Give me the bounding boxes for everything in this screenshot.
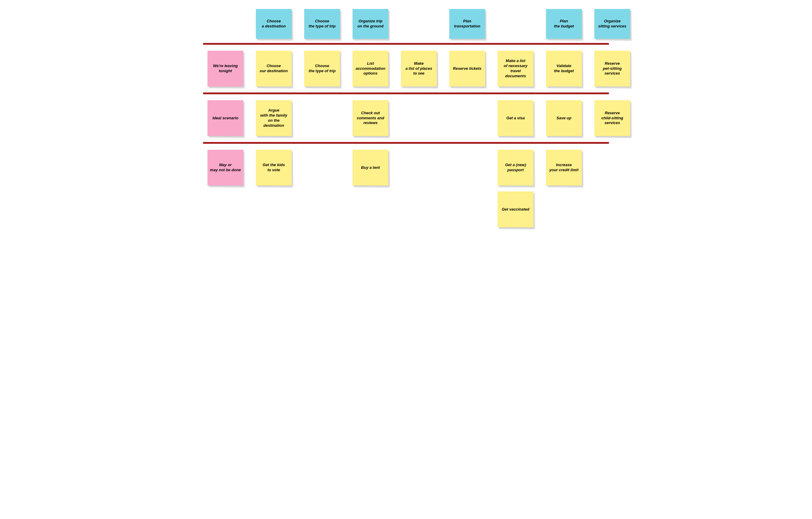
row-may-not-be-done: May ormay not be done Get the kidsto vot… (203, 147, 609, 188)
note-list-accommodation[interactable]: Listaccommodationoptions (353, 51, 388, 87)
row3-cell-1: Get the kidsto vote (251, 150, 296, 186)
separator-1 (203, 43, 609, 45)
note-text: Chooseour destination (260, 64, 288, 74)
note-text: Get a (new)passport (505, 162, 526, 173)
row2-label-cell: Ideal scenario (203, 100, 248, 136)
label-leaving-tonight[interactable]: We're leavingtonight (207, 51, 243, 87)
note-choose-trip-type[interactable]: Choosethe type of trip (304, 51, 340, 87)
kanban-board: Choosea destination Choosethe type of tr… (203, 6, 609, 230)
note-text: Reservechild-sittingservices (601, 111, 623, 126)
row2-cell-6: Get a visa (493, 100, 538, 136)
row1-cell-4: Makea list of placesto see (397, 51, 441, 87)
header-cell-2: Choosethe type of trip (300, 9, 345, 39)
label-ideal-scenario[interactable]: Ideal scenario (207, 100, 243, 136)
header-note-plan-budget[interactable]: Planthe budget (546, 9, 582, 39)
note-text: Make a listof necessarytravel documents (500, 58, 531, 79)
row1-cell-3: Listaccommodationoptions (348, 51, 393, 87)
row2-cell-3: Check outcomments andreviews (348, 100, 393, 136)
row1-label-cell: We're leavingtonight (203, 51, 248, 87)
header-cell-7: Planthe budget (542, 9, 586, 39)
row-leaving-tonight: We're leavingtonight Chooseour destinati… (203, 48, 609, 90)
note-argue-family[interactable]: Arguewith the familyon the destination (256, 100, 292, 136)
row1-cell-8: Reservepet-sittingservices (590, 51, 635, 87)
note-text: Reserve tickets (453, 66, 481, 71)
header-cell-5: Plantransportation (445, 9, 490, 39)
note-text: Validatethe budget (554, 64, 574, 74)
note-text: Listaccommodationoptions (355, 61, 385, 77)
note-text: Increaseyour credit limit (549, 162, 579, 173)
header-note-text: Organizesitting services (598, 19, 627, 29)
label-may-not-be-done[interactable]: May ormay not be done (207, 150, 243, 186)
note-text: Save up (556, 116, 571, 121)
header-note-text: Choosethe type of trip (309, 19, 336, 29)
header-note-text: Choosea destination (262, 19, 286, 29)
header-note-choose-destination[interactable]: Choosea destination (256, 9, 292, 39)
header-note-organize-sitting[interactable]: Organizesitting services (594, 9, 630, 39)
label-text: We're leavingtonight (213, 64, 238, 74)
header-note-organize-trip[interactable]: Organize tripon the ground (353, 9, 388, 39)
row3-cell-7: Increaseyour credit limit (542, 150, 586, 186)
header-note-choose-trip[interactable]: Choosethe type of trip (304, 9, 340, 39)
note-text: Check outcomments andreviews (357, 111, 384, 126)
row3-cell-3: Buy a tent (348, 150, 393, 186)
note-text: Makea list of placesto see (405, 61, 432, 77)
note-buy-tent[interactable]: Buy a tent (353, 150, 388, 186)
row-ideal-scenario: Ideal scenario Arguewith the familyon th… (203, 97, 609, 139)
note-text: Get the kidsto vote (263, 162, 285, 173)
note-choose-destination[interactable]: Chooseour destination (256, 51, 292, 87)
note-text: Arguewith the familyon the destination (258, 108, 289, 128)
note-text: Choosethe type of trip (309, 64, 336, 74)
note-increase-credit[interactable]: Increaseyour credit limit (546, 150, 582, 186)
note-text: Get vaccinated (502, 207, 530, 212)
note-text: Buy a tent (361, 165, 380, 170)
note-get-passport[interactable]: Get a (new)passport (498, 150, 533, 186)
row3-label-cell: May ormay not be done (203, 150, 248, 186)
row1-cell-1: Chooseour destination (251, 51, 296, 87)
row1-cell-5: Reserve tickets (445, 51, 490, 87)
row4-cell-6: Get vaccinated (493, 191, 538, 227)
note-get-vaccinated[interactable]: Get vaccinated (498, 191, 533, 227)
row-extra: Get vaccinated (203, 188, 609, 230)
note-reserve-tickets[interactable]: Reserve tickets (449, 51, 485, 87)
row2-cell-7: Save up (542, 100, 586, 136)
header-cell-3: Organize tripon the ground (348, 9, 393, 39)
row1-cell-7: Validatethe budget (542, 51, 586, 87)
row3-cell-6: Get a (new)passport (493, 150, 538, 186)
note-text: Reservepet-sittingservices (603, 61, 622, 77)
note-check-comments[interactable]: Check outcomments andreviews (353, 100, 388, 136)
header-cell-8: Organizesitting services (590, 9, 635, 39)
note-validate-budget[interactable]: Validatethe budget (546, 51, 582, 87)
label-text: Ideal scenario (212, 116, 238, 121)
header-note-text: Plantransportation (454, 19, 480, 29)
row2-cell-1: Arguewith the familyon the destination (251, 100, 296, 136)
note-travel-documents[interactable]: Make a listof necessarytravel documents (498, 51, 533, 87)
row2-cell-8: Reservechild-sittingservices (590, 100, 635, 136)
header-row: Choosea destination Choosethe type of tr… (203, 6, 609, 40)
separator-3 (203, 142, 609, 144)
note-get-kids-vote[interactable]: Get the kidsto vote (256, 150, 292, 186)
label-text: May ormay not be done (210, 162, 241, 173)
header-cell-1: Choosea destination (251, 9, 296, 39)
note-text: Get a visa (506, 116, 524, 121)
separator-2 (203, 92, 609, 94)
header-note-text: Planthe budget (554, 19, 574, 29)
note-reserve-pet-sitting[interactable]: Reservepet-sittingservices (594, 51, 630, 87)
row1-cell-6: Make a listof necessarytravel documents (493, 51, 538, 87)
note-get-visa[interactable]: Get a visa (498, 100, 533, 136)
note-reserve-child-sitting[interactable]: Reservechild-sittingservices (594, 100, 630, 136)
note-save-up[interactable]: Save up (546, 100, 582, 136)
note-make-list-places[interactable]: Makea list of placesto see (401, 51, 437, 87)
row1-cell-2: Choosethe type of trip (300, 51, 345, 87)
header-note-plan-transport[interactable]: Plantransportation (449, 9, 485, 39)
header-note-text: Organize tripon the ground (357, 19, 383, 29)
